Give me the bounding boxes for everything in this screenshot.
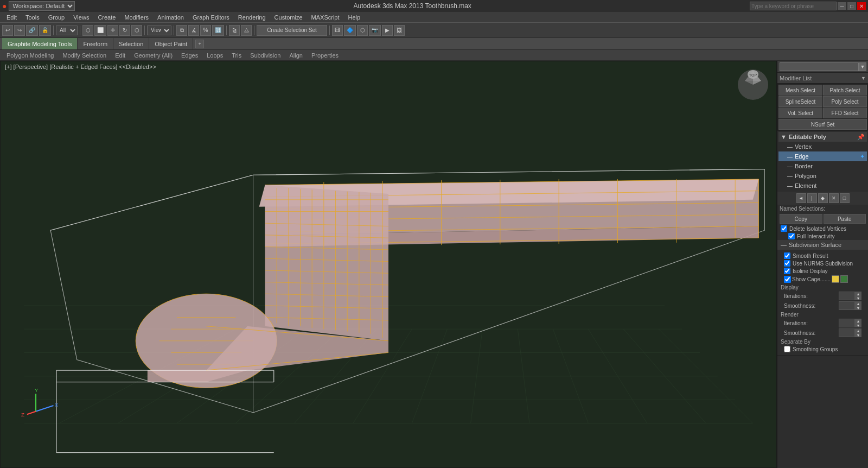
- subtab-properties[interactable]: Properties: [307, 50, 343, 60]
- menu-edit[interactable]: Edit: [2, 12, 21, 22]
- spinner-snap[interactable]: 🔢: [212, 25, 224, 36]
- subtab-edit[interactable]: Edit: [111, 50, 130, 60]
- render-smooth-down[interactable]: ▼: [855, 333, 861, 337]
- subtab-loops[interactable]: Loops: [202, 50, 227, 60]
- delete-isolated-checkbox[interactable]: [781, 225, 787, 232]
- nav-cube[interactable]: TOP: [734, 66, 772, 104]
- unlink-button[interactable]: 🔓: [39, 25, 51, 36]
- ep-vertex[interactable]: — Vertex: [778, 142, 867, 151]
- graphite-tab-paint[interactable]: Object Paint: [149, 38, 193, 49]
- render-iter-down[interactable]: ▼: [855, 323, 861, 327]
- menu-rendering[interactable]: Rendering: [234, 12, 270, 22]
- full-interactivity-checkbox[interactable]: [788, 233, 795, 239]
- copy-btn[interactable]: Copy: [780, 214, 822, 224]
- display-iter-down[interactable]: ▼: [855, 296, 861, 300]
- paste-btn[interactable]: Paste: [824, 214, 866, 224]
- select-region-button[interactable]: ⬜: [94, 25, 106, 36]
- render-smooth-up[interactable]: ▲: [855, 328, 861, 333]
- panel-icon-diamond[interactable]: ◆: [818, 193, 828, 203]
- subtab-subdivision[interactable]: Subdivision: [246, 50, 285, 60]
- show-cage-checkbox[interactable]: [784, 276, 791, 283]
- isoline-checkbox[interactable]: [784, 268, 790, 274]
- subdivision-header[interactable]: — Subdivision Surface: [777, 240, 868, 250]
- align-button[interactable]: ⧋: [241, 25, 252, 36]
- view-dropdown[interactable]: View: [147, 26, 171, 35]
- cage-swatch2[interactable]: [840, 275, 848, 283]
- graphite-expand-icon[interactable]: +: [195, 40, 204, 48]
- menu-create[interactable]: Create: [93, 12, 120, 22]
- ffd-select-btn[interactable]: FFD Select: [823, 107, 867, 118]
- scale-button[interactable]: ⬡: [131, 25, 142, 36]
- mesh-select-btn[interactable]: Mesh Select: [778, 85, 822, 96]
- snap-toggle[interactable]: ⧉: [176, 25, 187, 36]
- patch-select-btn[interactable]: Patch Select: [823, 85, 867, 96]
- subtab-tris[interactable]: Tris: [227, 50, 246, 60]
- panel-icon-x[interactable]: ✕: [829, 193, 839, 203]
- graphite-tab-selection[interactable]: Selection: [113, 38, 149, 49]
- graphite-tab-freeform[interactable]: Freeform: [78, 38, 113, 49]
- nsurf-set-btn[interactable]: NSurf Set: [778, 119, 867, 130]
- object-expand-btn[interactable]: ▼: [859, 62, 866, 71]
- poly-select-btn[interactable]: Poly Select: [823, 96, 867, 107]
- close-button[interactable]: ✕: [857, 2, 866, 10]
- menu-views[interactable]: Views: [69, 12, 93, 22]
- smoothing-groups-checkbox[interactable]: [784, 346, 790, 352]
- display-iterations-input[interactable]: 1: [839, 292, 855, 300]
- angle-snap[interactable]: ∡: [188, 25, 199, 36]
- ep-border[interactable]: — Border: [778, 161, 867, 171]
- panel-icon-list[interactable]: |: [807, 193, 817, 203]
- menu-modifiers[interactable]: Modifiers: [120, 12, 153, 22]
- menu-tools[interactable]: Tools: [21, 12, 44, 22]
- redo-button[interactable]: ↪: [14, 25, 25, 36]
- subtab-modify-selection[interactable]: Modify Selection: [58, 50, 111, 60]
- subtab-edges[interactable]: Edges: [177, 50, 202, 60]
- ep-polygon[interactable]: — Polygon: [778, 171, 867, 181]
- global-search-input[interactable]: [750, 2, 837, 10]
- menu-maxscript[interactable]: MAXScript: [307, 12, 344, 22]
- menu-help[interactable]: Help: [344, 12, 365, 22]
- undo-button[interactable]: ↩: [2, 25, 13, 36]
- menu-customize[interactable]: Customize: [270, 12, 307, 22]
- spline-select-btn[interactable]: SplineSelect: [778, 96, 822, 107]
- render-frame-btn[interactable]: 🖼: [394, 25, 405, 36]
- display-iter-up[interactable]: ▲: [855, 292, 861, 296]
- vol-select-btn[interactable]: Vol. Select: [778, 107, 822, 118]
- create-selection-set-btn[interactable]: Create Selection Set: [257, 25, 327, 36]
- render-iterations-input[interactable]: 0: [839, 319, 855, 327]
- ep-element[interactable]: — Element: [778, 181, 867, 191]
- workspace-dropdown[interactable]: Workspace: Default: [9, 1, 75, 11]
- use-nurms-checkbox[interactable]: [784, 260, 790, 267]
- smooth-result-checkbox[interactable]: [784, 252, 790, 259]
- maximize-button[interactable]: □: [847, 2, 856, 10]
- modifier-list-bar[interactable]: Modifier List ▼: [777, 73, 868, 84]
- panel-icon-sq[interactable]: □: [840, 193, 850, 203]
- select-button[interactable]: ⬡: [82, 25, 93, 36]
- display-smooth-up[interactable]: ▲: [855, 301, 861, 306]
- select-link-button[interactable]: 🔗: [26, 25, 38, 36]
- rotate-button[interactable]: ↻: [119, 25, 130, 36]
- render-smoothness-input[interactable]: 1.0: [839, 328, 855, 337]
- display-smoothness-input[interactable]: 1.0: [839, 301, 855, 310]
- curve-editor-btn[interactable]: 🎞: [332, 25, 343, 36]
- subtab-geometry[interactable]: Geometry (All): [130, 50, 177, 60]
- object-name-input[interactable]: Box001: [780, 62, 859, 71]
- graphite-tab-modeling[interactable]: Graphite Modeling Tools: [2, 38, 78, 49]
- percent-snap[interactable]: %: [200, 25, 211, 36]
- menu-group[interactable]: Group: [44, 12, 69, 22]
- render-iter-up[interactable]: ▲: [855, 319, 861, 323]
- subtab-polygon-modeling[interactable]: Polygon Modeling: [2, 50, 58, 60]
- subtab-align[interactable]: Align: [285, 50, 307, 60]
- select-move-button[interactable]: ✛: [107, 25, 118, 36]
- cage-swatch1[interactable]: [832, 275, 839, 283]
- ep-pin-icon[interactable]: 📌: [857, 134, 865, 141]
- display-smooth-down[interactable]: ▼: [855, 306, 861, 310]
- material-editor-btn[interactable]: ⬡: [357, 25, 368, 36]
- menu-animation[interactable]: Animation: [153, 12, 188, 22]
- render-btn[interactable]: ▶: [382, 25, 393, 36]
- filter-dropdown[interactable]: All: [56, 26, 78, 35]
- menu-graph-editors[interactable]: Graph Editors: [188, 12, 234, 22]
- editable-poly-header[interactable]: ▼ Editable Poly 📌: [778, 132, 867, 142]
- viewport[interactable]: [+] [Perspective] [Realistic + Edged Fac…: [0, 61, 777, 468]
- ep-edge[interactable]: — Edge ✦: [778, 151, 867, 161]
- minimize-button[interactable]: ─: [838, 2, 846, 10]
